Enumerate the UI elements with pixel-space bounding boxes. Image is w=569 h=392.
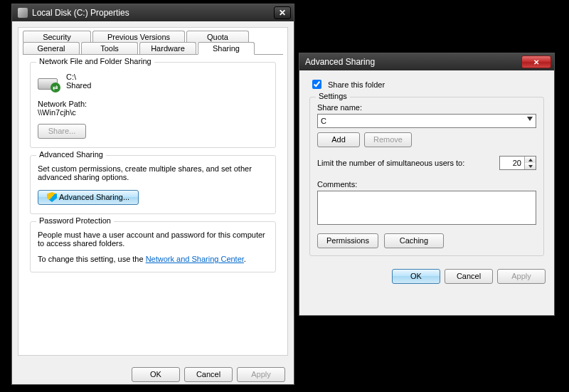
settings-group: Settings Share name: C Add Remove Limit … [309,97,544,256]
password-protection-line2-prefix: To change this setting, use the [38,255,146,263]
advanced-sharing-button-label: Advanced Sharing... [59,193,129,201]
tab-hardware[interactable]: Hardware [139,42,196,54]
advanced-sharing-dialog-buttons: OK Cancel Apply [299,263,554,291]
tab-security[interactable]: Security [23,31,91,43]
properties-title: Local Disk (C:) Properties [32,8,274,18]
network-sharing-title: Network File and Folder Sharing [36,57,154,65]
settings-group-title: Settings [316,92,350,100]
shield-icon [47,192,57,202]
apply-button[interactable]: Apply [237,367,285,382]
share-name-combo[interactable]: C [317,114,536,128]
advanced-sharing-titlebar[interactable]: Advanced Sharing ✕ [299,53,554,70]
share-name-value: C [321,117,326,125]
cancel-button[interactable]: Cancel [445,269,493,284]
sharing-panel: Network File and Folder Sharing ⇄ C:\ Sh… [23,54,283,349]
share-status: Shared [66,81,91,90]
remove-button[interactable]: Remove [364,132,412,147]
apply-button[interactable]: Apply [497,269,546,284]
tab-general[interactable]: General [23,42,80,54]
limit-users-input[interactable] [500,157,524,169]
password-protection-line2-suffix: . [244,255,246,263]
network-path-value: \\Win7cjh\c [38,108,268,117]
share-button[interactable]: Share... [38,124,86,139]
spin-up-icon[interactable] [525,157,536,163]
share-name-label: Share name: [317,103,536,112]
ok-button[interactable]: OK [392,269,440,284]
properties-titlebar[interactable]: Local Disk (C:) Properties ✕ [12,4,294,21]
advanced-sharing-desc: Set custom permissions, create multiple … [38,164,268,181]
advanced-sharing-body: Share this folder Settings Share name: C… [299,70,554,256]
tab-previous-versions[interactable]: Previous Versions [92,31,185,43]
advanced-sharing-window-title: Advanced Sharing [305,57,521,67]
network-sharing-center-link[interactable]: Network and Sharing Center [146,255,244,263]
tabs-row-2: General Tools Hardware Sharing [18,42,287,54]
password-protection-title: Password Protection [36,216,114,225]
properties-dialog-buttons: OK Cancel Apply [12,361,294,389]
tab-tools[interactable]: Tools [81,42,138,54]
tab-sharing[interactable]: Sharing [198,42,255,55]
network-path-label: Network Path: [38,100,268,108]
advanced-sharing-window: Advanced Sharing ✕ Share this folder Set… [299,53,555,316]
comments-label: Comments: [317,180,536,189]
limit-users-label: Limit the number of simultaneous users t… [317,159,492,167]
network-sharing-group: Network File and Folder Sharing ⇄ C:\ Sh… [30,62,276,148]
spin-down-icon[interactable] [525,163,536,169]
cancel-button[interactable]: Cancel [184,367,233,382]
add-button[interactable]: Add [317,132,360,147]
advanced-sharing-button[interactable]: Advanced Sharing... [38,190,139,205]
chevron-down-icon [527,117,533,121]
share-this-folder-label: Share this folder [328,80,385,89]
close-icon[interactable]: ✕ [274,6,291,19]
properties-body: Security Previous Versions Quota General… [18,27,288,356]
properties-window: Local Disk (C:) Properties ✕ Security Pr… [11,4,294,385]
drive-sys-icon [18,8,28,18]
close-icon[interactable]: ✕ [521,55,551,68]
limit-users-spinner[interactable] [499,156,536,170]
password-protection-group: Password Protection People must have a u… [30,221,276,272]
drive-share-icon: ⇄ [38,73,60,92]
share-this-folder-checkbox[interactable] [312,80,321,89]
tab-quota[interactable]: Quota [186,31,249,43]
comments-textarea[interactable] [317,191,536,225]
caching-button[interactable]: Caching [384,233,444,248]
tabs-row-1: Security Previous Versions Quota [18,28,287,43]
ok-button[interactable]: OK [132,367,180,382]
advanced-sharing-title: Advanced Sharing [36,150,106,159]
advanced-sharing-group: Advanced Sharing Set custom permissions,… [30,155,276,214]
password-protection-line1: People must have a user account and pass… [38,231,268,248]
permissions-button[interactable]: Permissions [317,233,378,248]
share-path: C:\ [66,73,91,81]
